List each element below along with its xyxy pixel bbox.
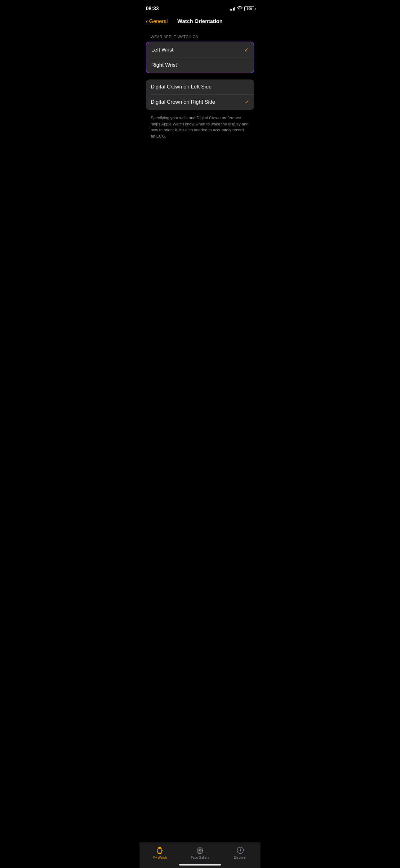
crown-right-label: Digital Crown on Right Side [151, 99, 215, 105]
main-content: WEAR APPLE WATCH ON Left Wrist ✓ Right W… [139, 29, 261, 139]
crown-right-option[interactable]: Digital Crown on Right Side ✓ [146, 94, 254, 110]
page-title: Watch Orientation [177, 18, 223, 25]
left-wrist-checkmark: ✓ [244, 46, 249, 53]
status-time: 08:33 [146, 6, 159, 12]
nav-bar: ‹ General Watch Orientation [139, 16, 261, 29]
back-label: General [149, 18, 168, 25]
wrist-section-label: WEAR APPLE WATCH ON [146, 35, 254, 39]
left-wrist-option[interactable]: Left Wrist ✓ [146, 42, 254, 58]
signal-icon [230, 7, 235, 10]
left-wrist-label: Left Wrist [151, 47, 173, 53]
back-chevron-icon: ‹ [146, 18, 148, 25]
status-icons: 100 [230, 6, 254, 11]
crown-right-checkmark: ✓ [245, 99, 249, 105]
wifi-icon [237, 6, 242, 11]
crown-left-label: Digital Crown on Left Side [151, 84, 212, 90]
battery-icon: 100 [244, 6, 254, 11]
crown-selection-group: Digital Crown on Left Side Digital Crown… [146, 80, 254, 110]
battery-level: 100 [244, 6, 254, 11]
status-bar: 08:33 100 [139, 0, 261, 16]
right-wrist-label: Right Wrist [151, 62, 177, 68]
wrist-selection-group: Left Wrist ✓ Right Wrist [146, 41, 254, 73]
crown-left-option[interactable]: Digital Crown on Left Side [146, 80, 254, 94]
back-button[interactable]: ‹ General [146, 18, 168, 25]
right-wrist-option[interactable]: Right Wrist [146, 58, 254, 73]
description-text: Specifying your wrist and Digital Crown … [146, 114, 254, 139]
